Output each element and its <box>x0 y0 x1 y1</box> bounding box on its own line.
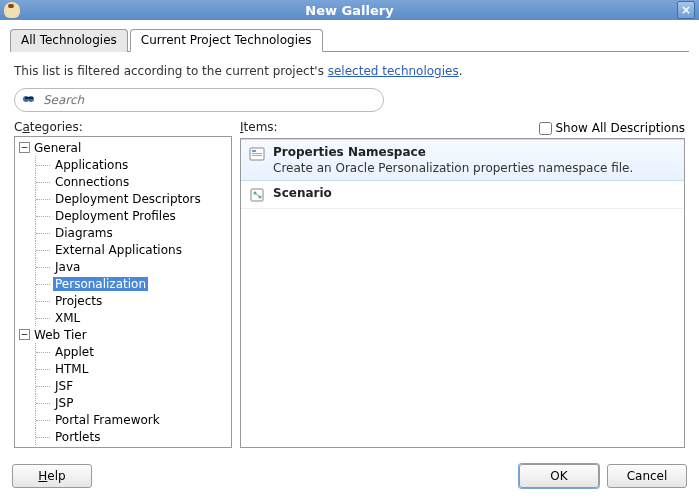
item-description: Create an Oracle Personalization propert… <box>273 161 633 175</box>
tree-item[interactable]: XML <box>15 309 231 326</box>
ok-button[interactable]: OK <box>519 464 599 488</box>
tree-item[interactable]: External Applications <box>15 241 231 258</box>
tree-label: Personalization <box>53 277 148 291</box>
panes: Categories: −GeneralApplicationsConnecti… <box>14 120 685 448</box>
tab-current-project-technologies[interactable]: Current Project Technologies <box>130 29 323 52</box>
categories-tree[interactable]: −GeneralApplicationsConnectionsDeploymen… <box>14 136 232 448</box>
items-label: Items: <box>240 120 278 134</box>
filter-description: This list is filtered according to the c… <box>14 64 685 78</box>
tree-label: Java <box>53 260 82 274</box>
tree-label: XML <box>53 311 82 325</box>
item-title: Properties Namespace <box>273 145 633 159</box>
dialog-content: All Technologies Current Project Technol… <box>0 20 699 454</box>
items-list[interactable]: Properties NamespaceCreate an Oracle Per… <box>240 138 685 448</box>
categories-pane: Categories: −GeneralApplicationsConnecti… <box>14 120 232 448</box>
tree-connector <box>35 343 53 360</box>
cancel-button[interactable]: Cancel <box>607 464 687 488</box>
tree-connector <box>35 190 53 207</box>
svg-rect-2 <box>25 97 33 99</box>
tree-label: Connections <box>53 175 131 189</box>
button-bar: Help OK Cancel <box>0 454 699 500</box>
help-button[interactable]: Help <box>12 464 92 488</box>
tree-label: External Applications <box>53 243 184 257</box>
tree-label: JSF <box>53 379 75 393</box>
tree-connector <box>35 377 53 394</box>
tree-label: Deployment Profiles <box>53 209 178 223</box>
tree-label: Deployment Descriptors <box>53 192 203 206</box>
svg-rect-6 <box>252 155 262 156</box>
tree-item[interactable]: Portal Framework <box>15 411 231 428</box>
tree-item[interactable]: JSP <box>15 394 231 411</box>
tree-connector <box>35 275 53 292</box>
tree-parent[interactable]: −General <box>15 139 231 156</box>
tree-label: Diagrams <box>53 226 115 240</box>
tree-item[interactable]: Deployment Profiles <box>15 207 231 224</box>
tree-item[interactable]: Applet <box>15 343 231 360</box>
tree-item[interactable]: Projects <box>15 292 231 309</box>
show-all-checkbox[interactable] <box>539 122 552 135</box>
tree-item[interactable]: Personalization <box>15 275 231 292</box>
tree-connector <box>35 258 53 275</box>
item-title: Scenario <box>273 186 332 200</box>
tree-label: Projects <box>53 294 104 308</box>
svg-rect-4 <box>252 150 256 152</box>
search-box[interactable] <box>14 88 384 112</box>
tree-connector <box>35 411 53 428</box>
tree-item[interactable]: Java <box>15 258 231 275</box>
item-text: Properties NamespaceCreate an Oracle Per… <box>273 145 633 175</box>
tree-label: Applications <box>53 158 130 172</box>
tree-connector <box>35 428 53 445</box>
props-icon <box>249 146 265 162</box>
tree-connector <box>35 241 53 258</box>
expand-icon[interactable]: − <box>19 142 30 153</box>
tree-item[interactable]: JSF <box>15 377 231 394</box>
tree-label: Portal Framework <box>53 413 162 427</box>
categories-label: Categories: <box>14 120 232 134</box>
svg-rect-5 <box>252 153 262 154</box>
tabs: All Technologies Current Project Technol… <box>10 28 689 52</box>
show-all-descriptions[interactable]: Show All Descriptions <box>539 121 686 135</box>
tree-connector <box>35 224 53 241</box>
tree-label: HTML <box>53 362 90 376</box>
search-icon <box>21 93 37 109</box>
tree-item[interactable]: HTML <box>15 360 231 377</box>
tree-connector <box>35 309 53 326</box>
tree-item[interactable]: Connections <box>15 173 231 190</box>
filter-text-prefix: This list is filtered according to the c… <box>14 64 328 78</box>
list-item[interactable]: Scenario <box>241 181 684 209</box>
list-item[interactable]: Properties NamespaceCreate an Oracle Per… <box>241 139 684 181</box>
tree-parent[interactable]: −Web Tier <box>15 326 231 343</box>
scenario-icon <box>249 187 265 203</box>
selected-technologies-link[interactable]: selected technologies <box>328 64 459 78</box>
tree-item[interactable]: Portlets <box>15 428 231 445</box>
tree-label: General <box>32 141 83 155</box>
tree-connector <box>35 292 53 309</box>
tree-connector <box>35 360 53 377</box>
tree-connector <box>35 173 53 190</box>
expand-icon[interactable]: − <box>19 329 30 340</box>
app-icon <box>4 2 20 18</box>
tree-label: Applet <box>53 345 96 359</box>
items-pane: Items: Show All Descriptions Properties … <box>240 120 685 448</box>
title-bar: New Gallery × <box>0 0 699 20</box>
item-text: Scenario <box>273 186 332 200</box>
tab-all-technologies[interactable]: All Technologies <box>10 29 128 52</box>
tree-connector <box>35 207 53 224</box>
tree-label: JSP <box>53 396 75 410</box>
tree-item[interactable]: Diagrams <box>15 224 231 241</box>
tree-label: Web Tier <box>32 328 89 342</box>
tree-item[interactable]: Applications <box>15 156 231 173</box>
filter-text-suffix: . <box>459 64 463 78</box>
show-all-label: Show All Descriptions <box>556 121 686 135</box>
window-title: New Gallery <box>0 3 699 18</box>
tree-label: Portlets <box>53 430 102 444</box>
tree-connector <box>35 394 53 411</box>
close-icon[interactable]: × <box>677 1 695 19</box>
search-input[interactable] <box>43 93 373 107</box>
tree-item[interactable]: Deployment Descriptors <box>15 190 231 207</box>
tree-connector <box>35 156 53 173</box>
